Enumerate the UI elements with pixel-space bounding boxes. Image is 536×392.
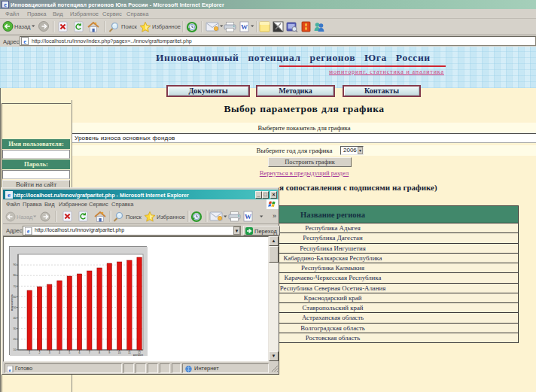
svg-text:10: 10 — [118, 351, 121, 354]
svg-text:20: 20 — [14, 338, 17, 341]
svg-text:W: W — [245, 213, 251, 220]
svg-text:e: e — [27, 228, 30, 235]
svg-text:40: 40 — [14, 317, 17, 320]
svg-text:e: e — [4, 2, 7, 8]
svg-text:e: e — [8, 191, 11, 199]
svg-text:5: 5 — [69, 351, 70, 354]
svg-text:Назад: Назад — [14, 23, 31, 30]
svg-text:9: 9 — [108, 351, 110, 354]
svg-text:e: e — [23, 38, 26, 45]
svg-text:80: 80 — [14, 274, 17, 277]
svg-text:50: 50 — [14, 306, 17, 309]
svg-text:»: » — [273, 212, 276, 220]
svg-text:70: 70 — [14, 285, 17, 288]
svg-text:Поиск: Поиск — [126, 214, 142, 220]
svg-text:60: 60 — [14, 296, 17, 299]
svg-text:8: 8 — [99, 351, 100, 354]
svg-text:11: 11 — [128, 351, 131, 354]
svg-text:1: 1 — [29, 351, 30, 354]
svg-text:Поиск: Поиск — [121, 23, 138, 30]
svg-text:4: 4 — [59, 351, 60, 354]
svg-text:Избранное: Избранное — [152, 23, 181, 30]
svg-text:показатель: показатель — [10, 294, 14, 311]
svg-text:e: e — [8, 367, 11, 373]
svg-text:90: 90 — [14, 263, 17, 266]
svg-text:2: 2 — [39, 351, 41, 354]
svg-text:регион: регион — [133, 353, 144, 357]
svg-text:7: 7 — [89, 351, 90, 354]
svg-text:10: 10 — [14, 348, 17, 351]
svg-text:3: 3 — [49, 351, 50, 354]
svg-text:Избранное: Избранное — [157, 214, 185, 220]
svg-text:6: 6 — [79, 351, 81, 354]
svg-text:30: 30 — [14, 327, 17, 330]
svg-text:W: W — [241, 23, 248, 31]
svg-text:Назад: Назад — [17, 214, 33, 220]
